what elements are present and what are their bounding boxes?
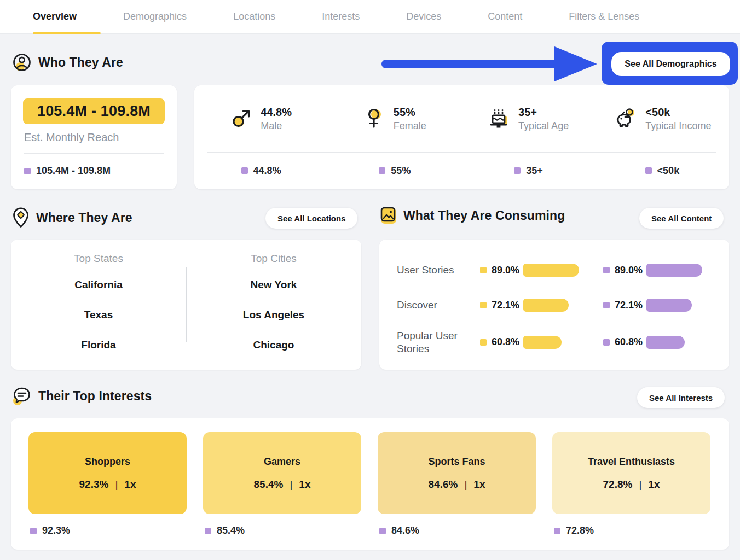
purple-bar (646, 299, 692, 312)
interests-header: Their Top Interests (12, 386, 152, 406)
demographics-columns: 44.8% Male 55% Female (194, 85, 729, 152)
state-item: Texas (84, 309, 113, 321)
purple-square-bullet (241, 167, 248, 174)
top-cities-header: Top Cities (251, 253, 296, 265)
interest-card-travel-enthusiasts[interactable]: Travel Enthusiasts 72.8% | 1x (552, 432, 710, 514)
purple-square-bullet (30, 528, 37, 534)
row-label: User Stories (397, 264, 480, 277)
interest-name: Gamers (264, 456, 300, 468)
reach-footer-value: 105.4M - 109.8M (36, 165, 111, 177)
see-all-demographics-button[interactable]: See All Demographics (611, 52, 730, 76)
monthly-reach-card: 105.4M - 109.8M Est. Monthly Reach 105.4… (11, 85, 177, 189)
consuming-header: What They Are Consuming (379, 207, 565, 224)
consuming-row-discover: Discover 72.1% 72.1% (397, 294, 713, 316)
interest-footer: 85.4% (205, 525, 363, 536)
purple-square-bullet (554, 528, 560, 534)
tab-demographics[interactable]: Demographics (123, 0, 187, 34)
interest-name: Travel Enthusiasts (588, 456, 675, 468)
income-footer-value: <50k (657, 165, 680, 177)
demo-income: <50k Typical Income (596, 85, 729, 152)
section-title-where-they-are: Where They Are (36, 211, 132, 225)
row-label: Popular User Stories (397, 329, 480, 355)
yellow-bar (523, 336, 562, 349)
birthday-cake-icon (488, 108, 510, 130)
yellow-value: 72.1% (492, 300, 523, 311)
annotation-arrow-icon (380, 45, 599, 83)
purple-value: 89.0% (615, 265, 646, 276)
interest-stat: 92.3% | 1x (79, 479, 136, 491)
person-circle-icon (12, 52, 32, 72)
section-title-consuming: What They Are Consuming (403, 208, 565, 223)
purple-value: 60.8% (615, 336, 646, 348)
age-value: 35+ (518, 106, 569, 119)
purple-square-bullet (24, 168, 31, 174)
tab-overview[interactable]: Overview (33, 0, 77, 34)
top-tab-bar: Overview Demographics Locations Interest… (0, 0, 740, 34)
interest-stat: 85.4% | 1x (254, 479, 311, 491)
yellow-square-bullet (480, 302, 487, 308)
section-title-interests: Their Top Interests (38, 389, 152, 404)
income-label: Typical Income (645, 120, 711, 132)
tab-devices[interactable]: Devices (406, 0, 441, 34)
demographics-footer: 44.8% 55% 35+ <50k (194, 152, 729, 189)
city-item: New York (251, 279, 297, 291)
interest-name: Shoppers (85, 456, 130, 468)
interest-footer: 72.8% (554, 525, 712, 536)
male-value: 44.8% (261, 106, 292, 119)
purple-square-bullet (645, 167, 652, 174)
yellow-bar (523, 264, 579, 277)
male-icon (230, 108, 252, 130)
purple-square-bullet (603, 267, 610, 273)
consuming-row-popular-user-stories: Popular User Stories 60.8% 60.8% (397, 329, 713, 355)
interest-stat: 72.8% | 1x (603, 479, 660, 491)
stat-separator: | (639, 479, 641, 491)
demo-female: 55% Female (328, 85, 461, 152)
female-footer-value: 55% (391, 165, 411, 177)
interest-footer: 92.3% (30, 525, 188, 536)
purple-square-bullet (205, 528, 211, 534)
yellow-square-bullet (480, 267, 487, 273)
purple-bar (646, 264, 702, 277)
see-all-content-button[interactable]: See All Content (639, 208, 724, 229)
reach-footer: 105.4M - 109.8M (24, 165, 111, 177)
male-footer-value: 44.8% (253, 165, 281, 177)
yellow-value: 60.8% (492, 336, 523, 348)
divider (24, 153, 164, 154)
purple-square-bullet (379, 528, 386, 534)
demo-male: 44.8% Male (194, 85, 328, 152)
yellow-bar (523, 299, 569, 312)
yellow-square-bullet (480, 339, 487, 346)
interest-card-gamers[interactable]: Gamers 85.4% | 1x (203, 432, 361, 514)
purple-square-bullet (603, 302, 610, 308)
tab-content[interactable]: Content (488, 0, 522, 34)
consuming-card: User Stories 89.0% 89.0% Discover 72.1% … (379, 240, 729, 370)
interests-panel: Shoppers 92.3% | 1x Gamers 85.4% | 1x Sp… (11, 418, 729, 550)
female-icon (363, 108, 385, 130)
row-label: Discover (397, 299, 480, 312)
interest-card-sports-fans[interactable]: Sports Fans 84.6% | 1x (378, 432, 536, 514)
purple-bar (646, 336, 685, 349)
interest-stat: 84.6% | 1x (429, 479, 485, 491)
tab-filters-lenses[interactable]: Filters & Lenses (569, 0, 639, 34)
interest-name: Sports Fans (428, 456, 485, 468)
interest-card-shoppers[interactable]: Shoppers 92.3% | 1x (28, 432, 187, 514)
chat-bubble-icon (12, 386, 32, 406)
see-all-interests-button[interactable]: See All Interests (637, 387, 725, 408)
stat-separator: | (290, 479, 292, 491)
stat-separator: | (464, 479, 467, 491)
location-pin-icon (12, 207, 30, 229)
age-label: Typical Age (518, 120, 569, 132)
female-value: 55% (394, 106, 426, 119)
demo-age: 35+ Typical Age (462, 85, 596, 152)
tab-locations[interactable]: Locations (233, 0, 275, 34)
see-all-locations-button[interactable]: See All Locations (265, 208, 357, 229)
vertical-divider (186, 267, 187, 342)
yellow-value: 89.0% (492, 265, 523, 276)
consuming-row-user-stories: User Stories 89.0% 89.0% (397, 259, 713, 281)
locations-card: Top States California Texas Florida Top … (11, 240, 361, 370)
income-value: <50k (645, 106, 711, 119)
purple-value: 72.1% (615, 300, 646, 311)
tab-interests[interactable]: Interests (322, 0, 360, 34)
who-they-are-header: Who They Are (12, 52, 123, 72)
purple-square-bullet (514, 167, 521, 174)
